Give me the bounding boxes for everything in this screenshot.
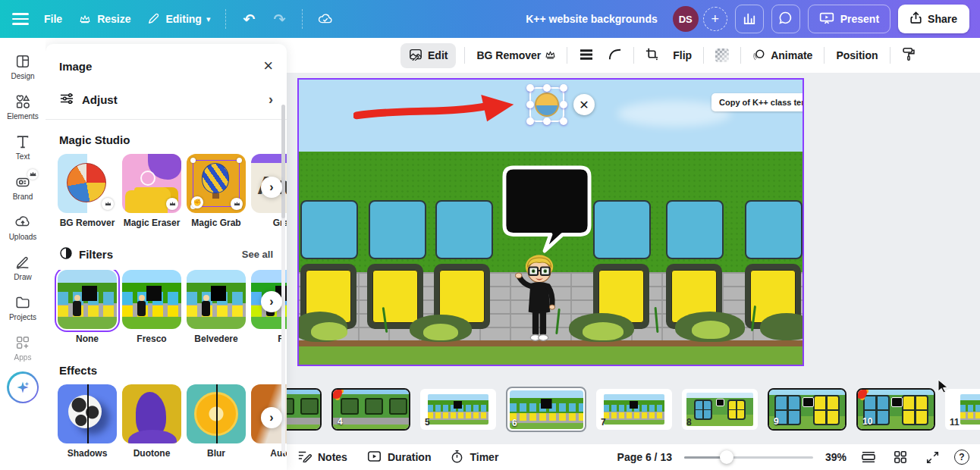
timer-button[interactable]: Timer: [451, 450, 498, 465]
page-thumbnail-8[interactable]: 8: [682, 389, 758, 430]
duration-button[interactable]: Duration: [367, 450, 432, 465]
page-thumbnail-9[interactable]: 9: [768, 388, 847, 431]
magic-card-magic-eraser[interactable]: Magic Eraser: [122, 154, 181, 228]
page-thumbnail-10[interactable]: 10: [856, 388, 935, 431]
undo-button[interactable]: ↶: [241, 11, 256, 27]
page-thumbnail-4[interactable]: 4: [331, 388, 410, 431]
resize-menu[interactable]: Resize: [77, 11, 130, 27]
sidebar-item-projects[interactable]: Projects: [2, 288, 44, 328]
resize-handle[interactable]: [543, 118, 551, 125]
filter-none[interactable]: None: [58, 270, 117, 344]
red-arrow-annotation[interactable]: [353, 93, 524, 128]
checkerboard-icon: [715, 49, 729, 62]
yellow-frame[interactable]: [367, 264, 423, 329]
copy-style-button[interactable]: [899, 42, 919, 68]
resize-handle[interactable]: [526, 101, 534, 108]
bg-remover-button[interactable]: BG Remover: [473, 45, 558, 66]
flip-button[interactable]: Flip: [670, 45, 695, 66]
speech-bubble[interactable]: [501, 164, 592, 253]
blue-board[interactable]: [666, 200, 724, 259]
help-button[interactable]: ?: [954, 450, 969, 465]
dither-effect-button[interactable]: [712, 44, 732, 67]
effect-duotone[interactable]: Duotone: [122, 384, 181, 459]
divider: [633, 47, 634, 64]
resize-handle[interactable]: [543, 84, 551, 92]
sidebar-item-brand[interactable]: Brand: [2, 168, 44, 208]
resize-handle[interactable]: [560, 118, 567, 125]
resize-handle[interactable]: [526, 118, 534, 125]
bush: [692, 321, 730, 339]
effect-blur[interactable]: Blur: [187, 384, 246, 459]
filters-icon: [59, 246, 73, 262]
sidebar-item-elements[interactable]: Elements: [2, 87, 44, 127]
position-button[interactable]: Position: [833, 45, 881, 66]
menu-icon[interactable]: [12, 13, 29, 25]
docked-view-button[interactable]: [859, 447, 878, 467]
canvas-page[interactable]: ✕ Copy of K++ class templa: [297, 78, 804, 366]
magic-card-bg-remover[interactable]: BG Remover: [58, 154, 117, 228]
resize-handle[interactable]: [526, 84, 534, 92]
filters-see-all-link[interactable]: See all: [242, 249, 273, 260]
filters-heading: Filters: [79, 248, 113, 261]
animate-button[interactable]: Animate: [749, 43, 815, 68]
adjust-row[interactable]: Adjust ›: [46, 82, 287, 118]
scroll-right-button[interactable]: ›: [261, 407, 282, 428]
scroll-right-button[interactable]: ›: [261, 291, 282, 312]
blue-board[interactable]: [745, 200, 803, 259]
upload-cloud-icon: [14, 214, 31, 230]
page-thumbnail[interactable]: [287, 388, 322, 431]
sidebar-item-draw[interactable]: Draw: [2, 248, 44, 288]
border-weight-button[interactable]: [576, 44, 597, 67]
sidebar-item-uploads[interactable]: Uploads: [2, 208, 44, 248]
effect-shadows[interactable]: Shadows: [58, 384, 117, 459]
magic-assistant-button[interactable]: [7, 371, 39, 403]
blue-board[interactable]: [300, 200, 358, 259]
blue-board[interactable]: [435, 200, 493, 259]
share-button[interactable]: Share: [898, 5, 969, 33]
scroll-right-button[interactable]: ›: [261, 177, 282, 198]
divider: [225, 9, 226, 29]
duration-icon: [367, 450, 382, 465]
document-title[interactable]: K++ website backgrounds: [526, 13, 658, 25]
cartoon-character[interactable]: [510, 250, 569, 350]
avatar[interactable]: DS: [673, 6, 699, 32]
page-thumbnail-5[interactable]: 5: [420, 389, 496, 430]
present-button[interactable]: Present: [808, 5, 890, 33]
page-thumbnail-11[interactable]: 11: [945, 389, 980, 430]
corner-curve-button[interactable]: [605, 44, 625, 67]
grid-view-button[interactable]: [890, 447, 910, 467]
filter-fresco[interactable]: Fresco: [122, 270, 181, 344]
template-name-label[interactable]: Copy of K++ class templa: [711, 93, 804, 111]
sidebar-item-text[interactable]: Text: [2, 127, 44, 168]
add-member-button[interactable]: +: [703, 7, 727, 31]
resize-handle[interactable]: [560, 101, 567, 108]
page-thumbnail-7[interactable]: 7: [596, 389, 672, 430]
deselect-button[interactable]: ✕: [573, 94, 595, 115]
page-indicator[interactable]: Page 6 / 13: [617, 451, 672, 463]
notes-button[interactable]: Notes: [297, 450, 347, 465]
file-menu[interactable]: File: [44, 13, 62, 25]
panel-scrollbar[interactable]: [281, 105, 285, 453]
redo-button[interactable]: ↷: [272, 11, 287, 27]
editing-mode-dropdown[interactable]: Editing ▾: [146, 11, 210, 27]
crown-icon: [27, 169, 38, 180]
zoom-slider-knob[interactable]: [720, 450, 733, 464]
filter-belvedere[interactable]: Belvedere: [187, 270, 246, 344]
zoom-level[interactable]: 39%: [825, 451, 847, 463]
fullscreen-button[interactable]: [922, 447, 942, 467]
blue-board[interactable]: [593, 200, 651, 259]
comments-button[interactable]: [771, 5, 800, 33]
edit-image-button[interactable]: Edit: [400, 43, 456, 68]
insights-button[interactable]: [735, 5, 764, 33]
crown-icon: [231, 198, 243, 210]
crop-button[interactable]: [642, 43, 661, 67]
magic-card-magic-grab[interactable]: ✊ Magic Grab: [187, 154, 246, 228]
page-thumbnail-6-selected[interactable]: 6: [506, 387, 586, 432]
selected-image-element[interactable]: [529, 87, 564, 122]
sidebar-item-apps[interactable]: Apps: [2, 328, 44, 368]
sidebar-item-design[interactable]: Design: [2, 47, 44, 87]
resize-handle[interactable]: [560, 84, 567, 92]
zoom-slider[interactable]: [684, 456, 813, 459]
close-icon[interactable]: ×: [263, 58, 273, 74]
blue-board[interactable]: [369, 200, 426, 259]
